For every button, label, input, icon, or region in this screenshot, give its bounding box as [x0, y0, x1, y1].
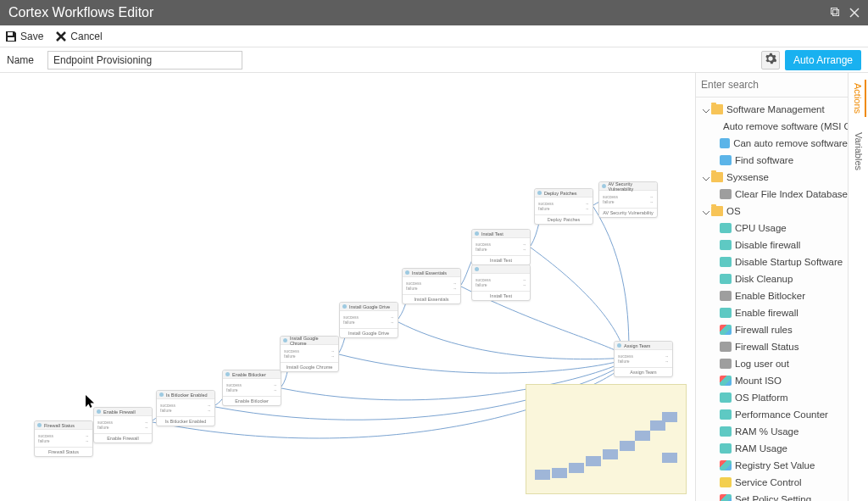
- minimap-block: [586, 456, 601, 466]
- action-icon: [720, 308, 732, 318]
- action-icon: [720, 409, 732, 420]
- node-title: Assign Team: [624, 343, 650, 348]
- action-icon: [720, 392, 732, 403]
- node-footer: Install Google Drive: [340, 328, 398, 337]
- tree-item[interactable]: Disk Cleanup: [696, 270, 848, 287]
- tree-item[interactable]: Clear File Index Database: [696, 186, 848, 203]
- tree-item[interactable]: Can auto remove software: [696, 135, 848, 152]
- node-dot-icon: [97, 409, 101, 414]
- folder-icon: [711, 206, 723, 216]
- node-dot-icon: [159, 392, 164, 397]
- node-title: Enable Bitlocker: [232, 372, 266, 377]
- tree-item[interactable]: CPU Usage: [696, 220, 848, 237]
- close-icon[interactable]: [848, 6, 861, 19]
- action-label: Service Control: [735, 477, 802, 487]
- tree-item[interactable]: Log user out: [696, 355, 848, 372]
- node-title: AV Security Vulnerability: [609, 181, 654, 192]
- auto-arrange-button[interactable]: Auto Arrange: [785, 50, 861, 70]
- action-label: CPU Usage: [735, 223, 787, 233]
- restore-icon[interactable]: [829, 6, 843, 19]
- action-label: Disable firewall: [735, 240, 800, 250]
- titlebar: Cortex Workflows Editor: [0, 0, 868, 25]
- tree-item[interactable]: Auto remove software (MSI O: [696, 118, 848, 135]
- workflow-node[interactable]: AV Security Vulnerabilitysuccess→failure…: [598, 181, 658, 218]
- minimap-block: [569, 463, 584, 473]
- workflow-node[interactable]: Firewall Statussuccess→failure→Firewall …: [34, 420, 93, 457]
- tree-item[interactable]: Registry Set Value: [696, 457, 848, 474]
- namebar: Name Auto Arrange: [0, 47, 868, 73]
- tree-item[interactable]: Performance Counter: [696, 406, 848, 423]
- workflow-node[interactable]: Install Testsuccess→failure→Install Test: [471, 229, 531, 265]
- tree-item[interactable]: OS Platform: [696, 389, 848, 406]
- workflow-node[interactable]: Install Google Chromesuccess→failure→Ins…: [280, 336, 339, 372]
- settings-button[interactable]: [761, 51, 780, 70]
- node-footer: Deploy Patches: [535, 214, 593, 224]
- tree-item[interactable]: Firewall rules: [696, 321, 848, 338]
- tree-item[interactable]: Enable Bitlocker: [696, 287, 848, 304]
- action-icon: [720, 494, 732, 501]
- tree-item[interactable]: Set Policy Setting: [696, 491, 848, 501]
- workflow-node[interactable]: Is Bitlocker Enabledsuccess→failure→Is B…: [156, 390, 215, 426]
- tree-item[interactable]: RAM % Usage: [696, 423, 848, 440]
- minimap-block: [552, 468, 567, 478]
- gear-icon: [765, 53, 776, 68]
- workflow-node[interactable]: success→failure→Install Test: [471, 264, 531, 301]
- minimap-block: [662, 412, 677, 422]
- node-title: Is Bitlocker Enabled: [166, 392, 208, 398]
- action-label: Can auto remove software: [733, 138, 848, 148]
- chevron-down-icon: [703, 208, 709, 214]
- main: Firewall Statussuccess→failure→Firewall …: [0, 73, 868, 501]
- node-title: Firewall Status: [44, 423, 75, 428]
- tree-item[interactable]: Firewall Status: [696, 338, 848, 355]
- tree-item[interactable]: Service Control: [696, 474, 848, 491]
- action-icon: [720, 460, 732, 470]
- tree-item[interactable]: Mount ISO: [696, 372, 848, 389]
- node-dot-icon: [225, 372, 230, 376]
- workflow-node[interactable]: Deploy Patchessuccess→failure→Deploy Pat…: [534, 188, 593, 225]
- workflow-name-input[interactable]: [47, 51, 242, 70]
- side-rails: Actions Variables: [848, 73, 868, 501]
- cancel-button[interactable]: Cancel: [55, 31, 102, 42]
- action-icon: [720, 138, 730, 148]
- node-footer: Firewall Status: [35, 447, 92, 456]
- tree-item[interactable]: Disable firewall: [696, 237, 848, 253]
- action-label: OS Platform: [735, 392, 788, 403]
- actions-tree[interactable]: Software ManagementAuto remove software …: [696, 97, 848, 501]
- save-button[interactable]: Save: [5, 31, 43, 42]
- node-footer: Is Bitlocker Enabled: [157, 416, 214, 426]
- workflow-node[interactable]: Enable Bitlockersuccess→failure→Enable B…: [222, 370, 281, 406]
- tree-item[interactable]: Disable Startup Software: [696, 253, 848, 270]
- app-title: Cortex Workflows Editor: [8, 5, 153, 20]
- tab-variables[interactable]: Variables: [852, 129, 865, 174]
- action-icon: [720, 189, 732, 199]
- tab-actions[interactable]: Actions: [851, 80, 866, 117]
- node-dot-icon: [342, 304, 347, 309]
- tree-folder[interactable]: OS: [696, 203, 848, 220]
- action-label: RAM Usage: [735, 443, 787, 454]
- node-title: Install Google Drive: [349, 304, 390, 309]
- search-input[interactable]: [701, 76, 843, 93]
- node-dot-icon: [475, 267, 479, 271]
- tree-item[interactable]: Enable firewall: [696, 304, 848, 321]
- folder-icon: [711, 172, 723, 182]
- workflow-canvas[interactable]: Firewall Statussuccess→failure→Firewall …: [0, 73, 695, 501]
- tree-item[interactable]: Find software: [696, 152, 848, 169]
- node-dot-icon: [37, 423, 42, 427]
- minimap[interactable]: [526, 384, 687, 494]
- workflow-node[interactable]: Enable Firewallsuccess→failure→Enable Fi…: [93, 407, 153, 443]
- minimap-block: [535, 470, 550, 480]
- node-dot-icon: [283, 338, 287, 342]
- tree-item[interactable]: RAM Usage: [696, 440, 848, 457]
- node-dot-icon: [475, 231, 479, 236]
- tree-folder[interactable]: Software Management: [696, 101, 848, 118]
- workflow-node[interactable]: Install Google Drivesuccess→failure→Inst…: [339, 302, 398, 338]
- node-dot-icon: [537, 191, 542, 195]
- tree-folder[interactable]: Syxsense: [696, 169, 848, 186]
- action-icon: [720, 240, 732, 250]
- toolbar: Save Cancel: [0, 25, 868, 47]
- workflow-node[interactable]: Install Essentialssuccess→failure→Instal…: [402, 268, 461, 304]
- workflow-node[interactable]: Assign Teamsuccess→failure→Assign Team: [614, 341, 673, 377]
- action-icon: [720, 155, 732, 165]
- action-label: Auto remove software (MSI O: [723, 121, 848, 131]
- action-icon: [720, 223, 732, 233]
